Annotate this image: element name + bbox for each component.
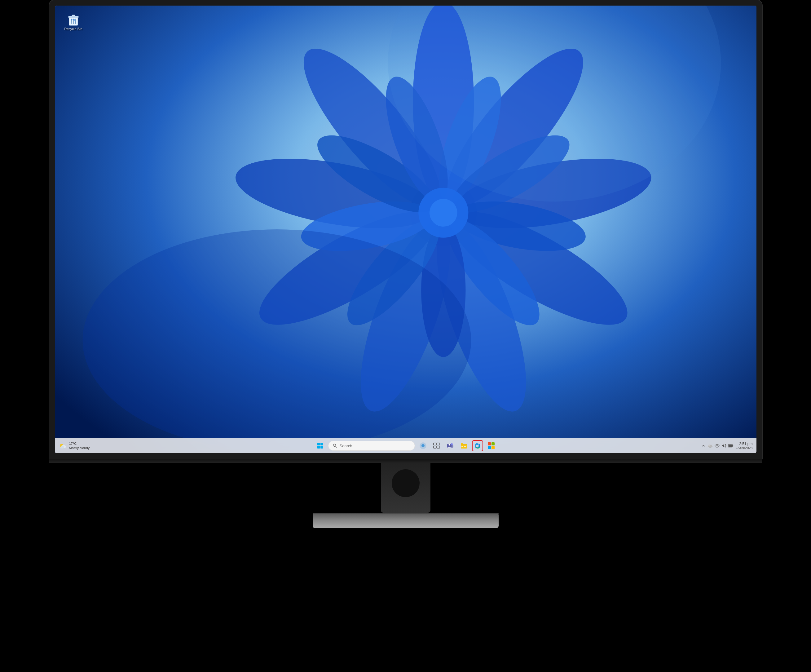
svg-line-38 <box>335 446 337 448</box>
system-tray <box>701 443 733 448</box>
svg-rect-64 <box>729 445 732 447</box>
weather-widget[interactable]: 17°C Mostly cloudy <box>59 441 90 450</box>
recycle-bin-icon[interactable]: Recycle Bin <box>61 12 86 31</box>
weather-text: 17°C Mostly cloudy <box>69 441 90 450</box>
msstore-button[interactable] <box>485 440 497 451</box>
svg-point-21 <box>429 199 457 227</box>
svg-rect-42 <box>437 443 440 445</box>
svg-rect-41 <box>434 443 436 445</box>
taskbar-left: 17°C Mostly cloudy <box>59 441 120 450</box>
svg-rect-44 <box>437 446 440 448</box>
svg-point-23 <box>82 229 471 451</box>
file-explorer-icon <box>460 442 468 450</box>
taskbar: 17°C Mostly cloudy <box>55 438 757 453</box>
recycle-bin-svg <box>66 12 81 27</box>
svg-rect-55 <box>488 446 491 449</box>
monitor-neck <box>381 463 431 512</box>
clock-time: 2:51 pm <box>735 442 752 446</box>
weather-temperature: 17°C <box>69 441 90 446</box>
taskbar-center: Search <box>120 440 691 451</box>
edge-button[interactable] <box>472 440 483 451</box>
monitor-frame: Recycle Bin <box>49 0 762 459</box>
file-explorer-button[interactable] <box>458 440 470 451</box>
svg-point-60 <box>710 445 712 447</box>
svg-point-32 <box>60 446 64 448</box>
cortana-button[interactable] <box>417 440 429 451</box>
svg-rect-51 <box>461 446 463 447</box>
show-hidden-icons-button[interactable] <box>701 443 706 448</box>
task-view-icon <box>433 442 440 450</box>
clock[interactable]: 2:51 pm 23/09/2023 <box>735 442 752 450</box>
svg-rect-54 <box>492 442 495 445</box>
wifi-icon <box>714 443 720 448</box>
start-button[interactable] <box>314 440 326 451</box>
battery-tray-icon[interactable] <box>728 443 733 448</box>
svg-point-61 <box>717 448 718 448</box>
wifi-tray-icon[interactable] <box>714 443 720 448</box>
svg-point-46 <box>448 444 450 446</box>
weather-condition: Mostly cloudy <box>69 446 90 450</box>
svg-rect-48 <box>451 445 453 448</box>
svg-point-47 <box>451 443 453 445</box>
clock-date: 23/09/2023 <box>735 446 752 450</box>
svg-rect-50 <box>461 443 463 445</box>
task-view-button[interactable] <box>431 440 442 451</box>
volume-tray-icon[interactable] <box>721 443 727 448</box>
svg-rect-35 <box>317 446 320 448</box>
edge-icon <box>474 442 481 450</box>
search-icon <box>333 443 337 448</box>
svg-rect-65 <box>733 445 733 446</box>
svg-rect-34 <box>321 443 323 445</box>
cloud-icon <box>708 443 713 448</box>
svg-line-27 <box>75 19 76 24</box>
windows-logo-icon <box>317 443 323 448</box>
svg-rect-33 <box>317 443 320 445</box>
svg-rect-36 <box>321 446 323 448</box>
recycle-bin-label: Recycle Bin <box>64 27 82 31</box>
wallpaper <box>55 5 757 453</box>
search-placeholder: Search <box>339 443 352 448</box>
teams-button[interactable] <box>445 440 456 451</box>
monitor-base <box>313 512 499 528</box>
teams-icon <box>446 442 454 450</box>
msstore-icon <box>487 442 495 450</box>
screen: Recycle Bin <box>55 5 757 453</box>
svg-rect-43 <box>434 446 436 448</box>
search-bar[interactable]: Search <box>328 441 415 451</box>
svg-rect-53 <box>488 442 491 445</box>
monitor-outer: Recycle Bin <box>34 0 777 672</box>
taskbar-right: 2:51 pm 23/09/2023 <box>691 442 753 450</box>
svg-marker-62 <box>722 444 724 448</box>
onedrive-tray-icon[interactable] <box>708 443 713 448</box>
volume-icon <box>721 443 727 448</box>
cortana-icon <box>419 442 427 450</box>
weather-icon <box>59 441 67 450</box>
svg-point-40 <box>421 444 424 447</box>
svg-rect-29 <box>72 15 75 17</box>
svg-rect-56 <box>492 446 495 449</box>
monitor-bottom-bezel <box>49 459 762 463</box>
svg-rect-52 <box>464 446 466 447</box>
chevron-up-icon <box>702 444 705 448</box>
battery-icon <box>728 443 733 448</box>
